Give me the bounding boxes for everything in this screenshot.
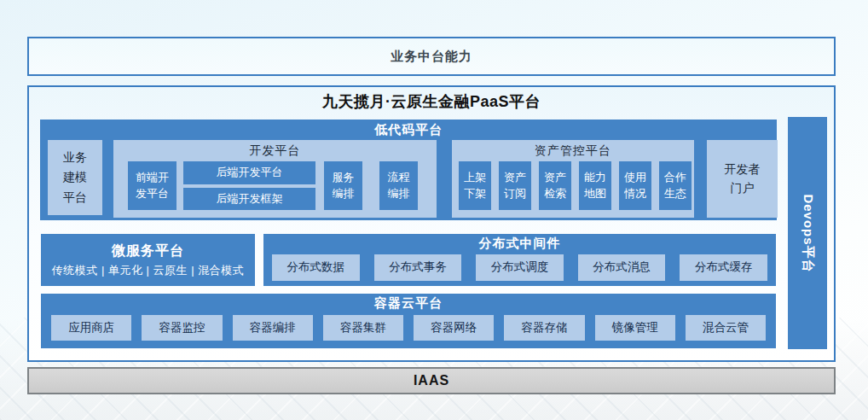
asset-item-search: 资产检索 (539, 161, 571, 210)
frontend-dev-platform-box: 前端开发平台 (128, 161, 176, 210)
asset-items-row: 上架下架 资产订阅 资产检索 能力地图 使用情况 合作生态 (459, 161, 692, 210)
asset-item-usage: 使用情况 (619, 161, 651, 210)
iaas-label: IAAS (414, 373, 449, 388)
container-item-cluster: 容器集群 (323, 315, 403, 341)
middleware-item-data: 分布式数据 (272, 254, 360, 281)
container-item-orchestration: 容器编排 (233, 315, 313, 341)
middleware-items-row: 分布式数据 分布式事务 分布式调度 分布式消息 分布式缓存 (263, 254, 776, 281)
microservice-modes: 传统模式 | 单元化 | 云原生 | 混合模式 (52, 263, 244, 278)
middleware-item-scheduling: 分布式调度 (476, 254, 564, 281)
container-item-app-store: 应用商店 (51, 315, 131, 341)
asset-item-shelf: 上架下架 (459, 161, 491, 210)
container-cloud-title: 容器云平台 (41, 294, 776, 315)
dev-platform-group: 开发平台 前端开发平台 后端开发平台 后端开发框架 服务编排 流程编排 (113, 140, 437, 218)
process-orchestration-box: 流程编排 (379, 161, 418, 210)
service-orchestration-box: 服务编排 (324, 161, 362, 210)
container-item-network: 容器网络 (414, 315, 494, 341)
asset-platform-title: 资产管控平台 (452, 140, 694, 159)
middleware-item-transaction: 分布式事务 (374, 254, 462, 281)
microservice-platform-section: 微服务平台 传统模式 | 单元化 | 云原生 | 混合模式 (41, 234, 255, 286)
backend-dev-platform-box: 后端开发平台 (183, 161, 315, 184)
asset-item-ecosystem: 合作生态 (659, 161, 692, 210)
banner-label: 业务中台能力 (391, 49, 472, 65)
dev-platform-title: 开发平台 (113, 140, 437, 159)
microservice-title: 微服务平台 (112, 242, 184, 260)
platform-title: 九天揽月·云原生金融PaaS平台 (29, 91, 834, 112)
asset-control-platform-group: 资产管控平台 上架下架 资产订阅 资产检索 能力地图 使用情况 合作生态 (452, 140, 694, 218)
middleware-item-cache: 分布式缓存 (680, 254, 767, 281)
architecture-diagram: 业务中台能力 九天揽月·云原生金融PaaS平台 低代码平台 业务建模平台 开发平… (0, 0, 868, 420)
container-items-row: 应用商店 容器监控 容器编排 容器集群 容器网络 容器存储 镜像管理 混合云管 (41, 315, 776, 341)
iaas-layer-bar: IAAS (27, 367, 836, 394)
business-middle-platform-banner: 业务中台能力 (27, 37, 836, 76)
container-cloud-section: 容器云平台 应用商店 容器监控 容器编排 容器集群 容器网络 容器存储 镜像管理… (41, 294, 776, 348)
devops-label: Devops平台 (800, 194, 816, 272)
middleware-section: 分布式中间件 分布式数据 分布式事务 分布式调度 分布式消息 分布式缓存 (263, 234, 776, 286)
devops-platform-bar: Devops平台 (788, 117, 827, 349)
container-item-image-mgmt: 镜像管理 (595, 315, 675, 341)
backend-dev-framework-box: 后端开发框架 (183, 188, 315, 210)
container-item-storage: 容器存储 (504, 315, 584, 341)
developer-portal-box: 开发者门户 (707, 140, 778, 218)
middleware-item-message: 分布式消息 (578, 254, 666, 281)
lowcode-title: 低代码平台 (40, 120, 777, 138)
asset-item-subscribe: 资产订阅 (499, 161, 531, 210)
paas-platform-box: 九天揽月·云原生金融PaaS平台 低代码平台 业务建模平台 开发平台 前端开发平… (27, 85, 836, 362)
middleware-title: 分布式中间件 (263, 234, 776, 254)
asset-item-capability-map: 能力地图 (579, 161, 611, 210)
container-item-monitoring: 容器监控 (142, 315, 222, 341)
lowcode-platform-section: 低代码平台 业务建模平台 开发平台 前端开发平台 后端开发平台 后端开发框架 服… (40, 120, 777, 220)
container-item-hybrid-cloud: 混合云管 (686, 315, 766, 341)
business-modeling-platform-box: 业务建模平台 (48, 140, 102, 215)
